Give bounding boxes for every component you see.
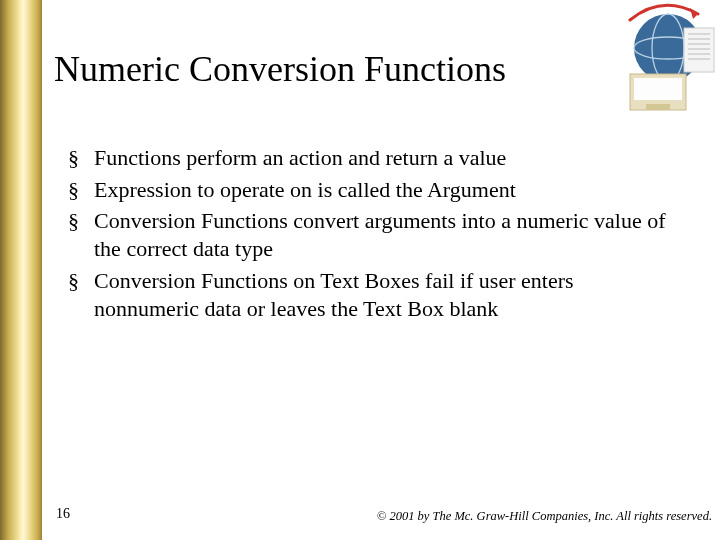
decorative-gold-strip — [0, 0, 42, 540]
slide-title: Numeric Conversion Functions — [54, 48, 506, 90]
copyright: © 2001 by The Mc. Graw-Hill Companies, I… — [377, 509, 712, 524]
list-item: Functions perform an action and return a… — [68, 144, 668, 172]
list-item: Expression to operate on is called the A… — [68, 176, 668, 204]
page-number: 16 — [56, 506, 70, 522]
svg-rect-13 — [646, 104, 670, 110]
list-item: Conversion Functions convert arguments i… — [68, 207, 668, 262]
svg-rect-4 — [684, 28, 714, 72]
list-item: Conversion Functions on Text Boxes fail … — [68, 267, 668, 322]
corner-graphic — [590, 0, 720, 120]
svg-rect-12 — [634, 78, 682, 100]
bullet-list: Functions perform an action and return a… — [68, 144, 668, 326]
svg-marker-3 — [690, 8, 698, 19]
